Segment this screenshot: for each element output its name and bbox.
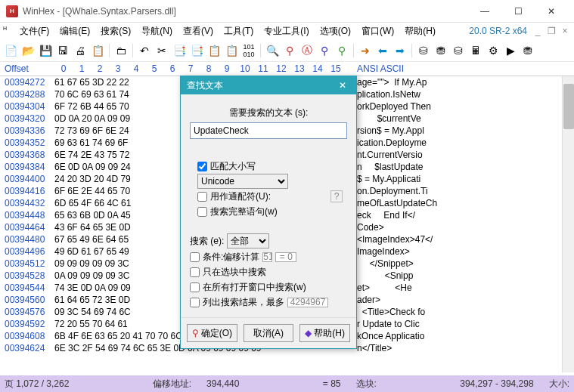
findnext-icon[interactable]: ⚲ (317, 43, 332, 58)
offset-cell: 00394608 (0, 330, 54, 342)
copy-icon[interactable]: 📑 (172, 43, 187, 58)
mdi-close-icon[interactable]: × (559, 25, 571, 37)
drive-icon[interactable]: ⛃ (520, 43, 535, 58)
scroll-thumb[interactable] (563, 84, 574, 129)
disk1-icon[interactable]: ⛁ (416, 43, 431, 58)
findhex-icon[interactable]: ⚲ (282, 43, 297, 58)
offset-cell: 00394320 (0, 113, 54, 125)
calc-icon[interactable]: 🖩 (468, 43, 483, 58)
all-win-label: 在所有打开窗口中搜索(w) (203, 281, 306, 294)
ascii-cell: orkDeployed Then (357, 100, 574, 113)
match-case-label: 匹配大小写 (210, 160, 256, 173)
new-icon[interactable]: 📄 (3, 43, 18, 58)
dialog-titlebar[interactable]: 查找文本 ✕ (181, 76, 356, 94)
menu-search[interactable]: 搜索(S) (96, 23, 135, 39)
menu-spec[interactable]: 专业工具(I) (259, 23, 313, 39)
menu-nav[interactable]: 导航(N) (137, 23, 177, 39)
dialog-title: 查找文本 (187, 79, 223, 92)
titlebar: H WinHex - [QWhale.Syntax.Parsers.dll] —… (0, 0, 574, 23)
minimize-button[interactable]: — (468, 1, 501, 22)
whole-checkbox[interactable] (197, 207, 207, 217)
offset-header: Offset (0, 62, 54, 76)
menu-edit[interactable]: 编辑(E) (55, 23, 95, 39)
all-win-checkbox[interactable] (190, 282, 200, 292)
hex-col: 9 (218, 62, 236, 76)
find-icon[interactable]: 🔍 (265, 43, 280, 58)
hex-col: 4 (127, 62, 145, 76)
hex-header: Offset 0123456789101112131415 ANSI ASCII (0, 62, 574, 76)
triangle-icon[interactable]: ▶ (503, 43, 518, 58)
menu-tools[interactable]: 工具(T) (219, 23, 258, 39)
list-num[interactable] (287, 298, 328, 307)
version-label: 20.0 SR-2 x64 (464, 24, 530, 38)
open-icon[interactable]: 📂 (20, 43, 36, 58)
ok-button[interactable]: ⚲确定(O) (187, 324, 237, 342)
binary-icon[interactable]: 101010 (241, 43, 256, 58)
tool-icon[interactable]: ⚙ (486, 43, 501, 58)
offset-label: 偏移地址: (153, 378, 191, 390)
window-title: WinHex - [QWhale.Syntax.Parsers.dll] (23, 6, 468, 17)
print-icon[interactable]: 🖨 (73, 43, 88, 58)
cond-num[interactable] (262, 252, 272, 262)
findprev-icon[interactable]: ⚲ (334, 43, 349, 58)
cut-icon[interactable]: ✂ (154, 43, 169, 58)
offset-cell: 00394272 (0, 76, 54, 88)
only-sel-label: 只在选块中搜索 (203, 266, 266, 279)
menu-options[interactable]: 选项(O) (315, 23, 355, 39)
undo-icon[interactable]: ↶ (137, 43, 152, 58)
hex-col: 13 (290, 62, 309, 76)
cond-checkbox[interactable] (190, 252, 200, 262)
menu-view[interactable]: 查看(V) (178, 23, 218, 39)
dialog-close-icon[interactable]: ✕ (335, 80, 350, 91)
cond-eq[interactable] (275, 252, 296, 262)
close-button[interactable]: ✕ (535, 1, 568, 22)
menu-file[interactable]: 文件(F) (15, 23, 54, 39)
encoding-select[interactable]: Unicode (197, 174, 288, 189)
props-icon[interactable]: 📋 (90, 43, 105, 58)
saveas-icon[interactable]: 🖫 (55, 43, 70, 58)
fwd-icon[interactable]: ➡ (392, 43, 408, 58)
search-text-label: 需要搜索的文本 (s): (190, 106, 347, 119)
offset-cell: 00394400 (0, 173, 54, 185)
scope-select[interactable]: 全部 (227, 233, 269, 248)
wildcards-checkbox[interactable] (197, 192, 207, 202)
cancel-button[interactable]: 取消(A) (244, 324, 294, 342)
menu-window[interactable]: 窗口(W) (357, 23, 399, 39)
hex-col: 11 (254, 62, 272, 76)
menu-help[interactable]: 帮助(H) (400, 23, 440, 39)
goto-icon[interactable]: ➜ (358, 43, 373, 58)
copy2-icon[interactable]: 📑 (189, 43, 204, 58)
offset-cell: 00394496 (0, 245, 54, 258)
eq-value: = 85 (323, 378, 341, 389)
find-text-dialog: 查找文本 ✕ 需要搜索的文本 (s): 匹配大小写 Unicode 用作通配符(… (180, 76, 357, 349)
ascii-cell: nt.CurrentVersio (357, 149, 574, 161)
offset-cell: 00394416 (0, 185, 54, 197)
paste2-icon[interactable]: 📋 (224, 43, 239, 58)
hex-col: 15 (327, 62, 345, 76)
ascii-cell: eck End If</ (357, 209, 574, 221)
paste-icon[interactable]: 📋 (206, 43, 222, 58)
mdi-restore-icon[interactable]: ❐ (545, 25, 557, 37)
findtext-icon[interactable]: Ⓐ (299, 43, 315, 58)
offset-value: 394,440 (206, 378, 239, 389)
wildcards-help-icon[interactable]: ? (330, 190, 343, 202)
disk2-icon[interactable]: ⛃ (433, 43, 448, 58)
ascii-cell: meOfLastUpdateCh (357, 197, 574, 209)
disk3-icon[interactable]: ⛁ (451, 43, 466, 58)
match-case-checkbox[interactable] (197, 162, 207, 171)
offset-cell: 00394368 (0, 149, 54, 161)
ascii-cell: <ImageIndex>47</ (357, 233, 574, 245)
maximize-button[interactable]: ☐ (501, 1, 535, 22)
only-sel-checkbox[interactable] (190, 267, 200, 277)
back-icon[interactable]: ⬅ (375, 43, 390, 58)
folder-icon[interactable]: 🗀 (113, 43, 129, 58)
offset-cell: 00394576 (0, 306, 54, 318)
ascii-cell: et> <He (357, 282, 574, 294)
list-checkbox[interactable] (190, 298, 200, 307)
help-button[interactable]: ◆帮助(H) (299, 324, 350, 342)
save-icon[interactable]: 💾 (38, 43, 53, 58)
mdi-min-icon[interactable]: _ (532, 25, 544, 37)
vscrollbar[interactable] (562, 76, 574, 372)
search-input[interactable] (190, 122, 347, 139)
cond-label: 条件:偏移计算 (203, 251, 259, 264)
